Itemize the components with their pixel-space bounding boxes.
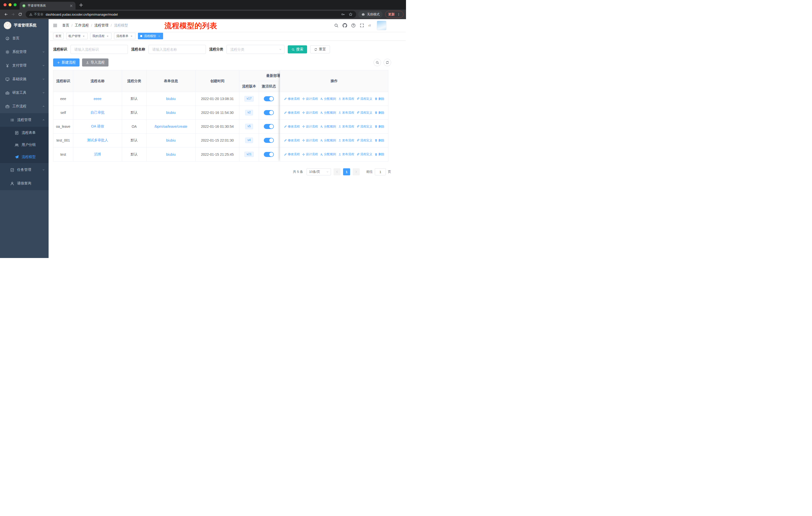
edit-action-link[interactable]: 修改流程 [284, 111, 300, 115]
zoom-window-button[interactable] [13, 3, 17, 6]
definition-action-link[interactable]: 流程定义 [356, 152, 372, 157]
process-name-link[interactable]: 自己审批 [91, 110, 105, 115]
current-page[interactable]: 1 [343, 168, 350, 175]
sidebar-item-请假查询[interactable]: 请假查询 [0, 176, 49, 190]
assign-action-link[interactable]: 分配规则 [320, 152, 336, 157]
active-toggle[interactable] [264, 152, 274, 157]
user-avatar[interactable] [377, 21, 386, 30]
sidebar-item-首页[interactable]: 首页 [0, 31, 49, 45]
delete-action-link[interactable]: 删除 [375, 97, 384, 101]
category-select[interactable] [227, 45, 284, 54]
font-size-icon[interactable]: tT [368, 23, 373, 28]
form-link[interactable]: biubiu [166, 138, 175, 142]
design-action-link[interactable]: 设计流程 [302, 152, 318, 157]
process-name-link[interactable]: eeee [94, 97, 102, 101]
import-process-button[interactable]: 导入流程 [82, 58, 109, 66]
breadcrumb-item[interactable]: 首页 [62, 23, 69, 28]
active-toggle[interactable] [264, 124, 274, 129]
delete-action-link[interactable]: 删除 [375, 111, 384, 115]
security-status[interactable]: 不安全 [29, 12, 44, 17]
breadcrumb-item[interactable]: 工作流程 [75, 23, 89, 28]
publish-action-link[interactable]: 发布流程 [338, 125, 354, 129]
search-icon[interactable] [334, 23, 339, 28]
publish-action-link[interactable]: 发布流程 [338, 138, 354, 143]
process-name-link[interactable]: OA 请假 [91, 124, 104, 129]
form-link[interactable]: biubiu [166, 111, 175, 115]
page-size-select[interactable]: 10条/页 [307, 168, 331, 175]
assign-action-link[interactable]: 分配规则 [320, 138, 336, 143]
publish-action-link[interactable]: 发布流程 [338, 97, 354, 101]
close-window-button[interactable] [3, 3, 6, 6]
category-select-input[interactable] [227, 45, 284, 54]
design-action-link[interactable]: 设计流程 [302, 97, 318, 101]
definition-action-link[interactable]: 流程定义 [356, 111, 372, 115]
design-action-link[interactable]: 设计流程 [302, 138, 318, 143]
process-id-input[interactable] [70, 45, 128, 54]
publish-action-link[interactable]: 发布流程 [338, 152, 354, 157]
sidebar-item-研发工具[interactable]: 研发工具 [0, 86, 49, 100]
browser-tab[interactable]: 芋道管理系统 [20, 2, 76, 9]
assign-action-link[interactable]: 分配规则 [320, 97, 336, 101]
refresh-table-button[interactable] [384, 59, 391, 66]
close-icon[interactable] [106, 34, 109, 38]
close-icon[interactable] [157, 34, 161, 38]
bookmark-star-icon[interactable] [349, 12, 353, 17]
browser-update-button[interactable]: 更新 [385, 11, 404, 18]
active-toggle[interactable] [264, 138, 274, 143]
back-button[interactable] [2, 11, 9, 18]
edit-action-link[interactable]: 修改流程 [284, 125, 300, 129]
new-tab-button[interactable] [79, 2, 84, 7]
assign-action-link[interactable]: 分配规则 [320, 125, 336, 129]
tag-流程模型[interactable]: 流程模型 [138, 33, 163, 39]
tag-流程表单[interactable]: 流程表单 [114, 33, 136, 39]
active-toggle[interactable] [264, 96, 274, 101]
definition-action-link[interactable]: 流程定义 [356, 125, 372, 129]
edit-action-link[interactable]: 修改流程 [284, 97, 300, 101]
page-jump-input[interactable] [375, 168, 386, 175]
minimize-window-button[interactable] [8, 3, 11, 6]
sidebar-item-流程管理[interactable]: 流程管理 [0, 113, 49, 127]
key-icon[interactable] [341, 12, 345, 17]
sidebar-item-流程表单[interactable]: 流程表单 [0, 127, 49, 139]
help-icon[interactable] [351, 23, 356, 28]
publish-action-link[interactable]: 发布流程 [338, 111, 354, 115]
forward-button[interactable] [9, 11, 17, 18]
form-link[interactable]: biubiu [166, 153, 175, 157]
sidebar-item-系统管理[interactable]: 系统管理 [0, 45, 49, 59]
definition-action-link[interactable]: 流程定义 [356, 97, 372, 101]
active-toggle[interactable] [264, 110, 274, 115]
edit-action-link[interactable]: 修改流程 [284, 152, 300, 157]
delete-action-link[interactable]: 删除 [375, 138, 384, 143]
reset-button[interactable]: 重置 [310, 45, 330, 53]
sidebar-item-工作流程[interactable]: 工作流程 [0, 100, 49, 113]
form-link[interactable]: /bpm/oa/leave/create [154, 125, 187, 129]
design-action-link[interactable]: 设计流程 [302, 111, 318, 115]
create-process-button[interactable]: 新建流程 [53, 58, 80, 66]
browser-menu-icon[interactable] [397, 12, 401, 16]
process-name-input[interactable] [148, 45, 206, 54]
sidebar-item-支付管理[interactable]: 支付管理 [0, 59, 49, 72]
assign-action-link[interactable]: 分配规则 [320, 111, 336, 115]
fullscreen-icon[interactable] [360, 23, 364, 28]
reload-button[interactable] [17, 11, 24, 18]
address-bar[interactable]: 不安全 dashboard.yudao.iocoder.cn/bpm/manag… [26, 11, 356, 18]
edit-action-link[interactable]: 修改流程 [284, 138, 300, 143]
design-action-link[interactable]: 设计流程 [302, 125, 318, 129]
close-icon[interactable] [82, 34, 85, 38]
next-page-button[interactable] [353, 168, 360, 175]
process-name-link[interactable]: 测试多审批人 [87, 138, 108, 143]
search-button[interactable]: 搜索 [288, 45, 307, 53]
tag-首页[interactable]: 首页 [53, 33, 64, 39]
github-icon[interactable] [343, 23, 347, 28]
toggle-search-button[interactable] [374, 59, 381, 66]
close-icon[interactable] [129, 34, 133, 38]
form-link[interactable]: biubiu [166, 97, 175, 101]
tag-我的流程[interactable]: 我的流程 [90, 33, 112, 39]
sidebar-item-基础设施[interactable]: 基础设施 [0, 72, 49, 86]
delete-action-link[interactable]: 删除 [375, 152, 384, 157]
prev-page-button[interactable] [334, 168, 341, 175]
sidebar-item-流程模型[interactable]: 流程模型 [0, 151, 49, 163]
tab-close-icon[interactable] [69, 4, 73, 7]
sidebar-item-用户分组[interactable]: 用户分组 [0, 139, 49, 151]
sidebar-item-任务管理[interactable]: 任务管理 [0, 163, 49, 176]
